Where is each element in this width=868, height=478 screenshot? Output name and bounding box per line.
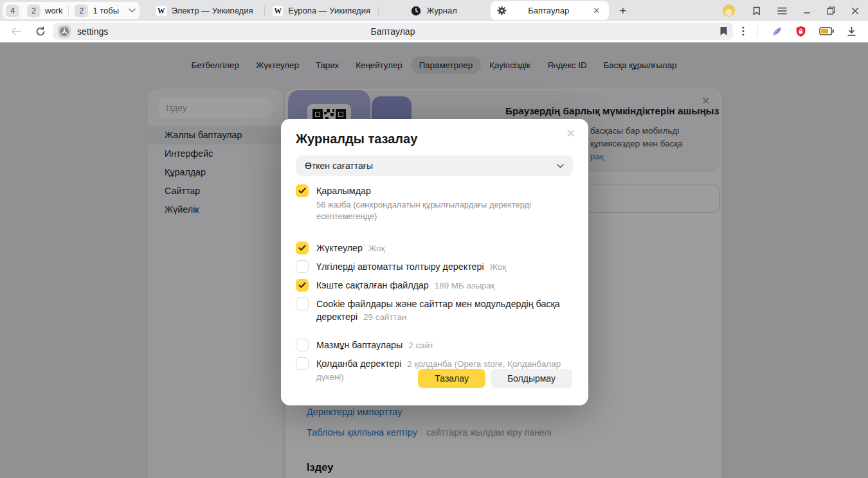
checkbox[interactable] [296,279,309,292]
restore-icon[interactable] [827,6,835,15]
tab-group-all[interactable]: 4 [5,3,21,19]
option-row-cache[interactable]: Кэште сақталған файлдар189 МБ азырақ [296,279,572,292]
new-tab-button[interactable]: + [615,4,630,18]
chevron-down-icon[interactable] [129,8,136,13]
close-window-icon[interactable] [851,7,859,15]
history-options: Қаралымдар 56 жазба (синхрондалатын құры… [296,184,572,384]
toolbar: settings Баптаулар [0,21,868,42]
dialog-close-icon[interactable]: ✕ [562,125,579,142]
checkbox[interactable] [296,184,309,197]
protect-shield-icon[interactable] [795,26,806,37]
gear-icon [497,6,507,15]
period-select[interactable]: Өткен сағаттағы [296,155,573,176]
more-options-icon[interactable] [742,26,745,36]
option-row-content-settings[interactable]: Мазмұн баптаулары2 сайт [296,339,572,352]
checkbox[interactable] [296,260,309,273]
tab-wikipedia-electr[interactable]: W Электр — Уикипедия [145,1,264,20]
option-row-views[interactable]: Қаралымдар [296,184,572,197]
panels-icon[interactable] [751,6,761,16]
tab-group-count: 4 [6,4,19,17]
clear-history-dialog: Журналды тазалау ✕ Өткен сағаттағы Қарал… [281,119,588,405]
clear-button[interactable]: Тазалау [418,369,485,388]
back-icon[interactable] [6,27,26,36]
tab-journal[interactable]: Журнал [379,1,489,20]
profile-avatar[interactable] [723,4,735,17]
tab-group-count: 2 [75,4,88,17]
tab-settings-active[interactable]: Баптаулар ✕ [491,1,609,20]
wikipedia-icon: W [273,6,283,16]
downloads-icon[interactable] [847,26,856,37]
dialog-title: Журналды тазалау [296,132,417,146]
tab-strip: 4 2 work 2 1 тобы W Электр — Уикипедия W… [0,0,868,21]
checkbox[interactable] [296,357,309,370]
tab-wikipedia-europa[interactable]: W Еуропа — Уикипедия [265,1,378,20]
checkbox[interactable] [296,297,309,310]
option-row-downloads[interactable]: ЖүктеулерЖоқ [296,242,572,255]
wikipedia-icon: W [156,6,167,16]
tab-group-1-toby[interactable]: 2 1 тобы [69,2,125,19]
minimize-icon[interactable] [803,7,811,15]
checkbox[interactable] [296,242,309,254]
divider [757,26,758,37]
menu-icon[interactable] [777,7,787,15]
bookmark-icon[interactable] [719,26,728,36]
checkbox[interactable] [296,339,309,351]
option-row-cookies[interactable]: Cookie файлдары және сайттар мен модульд… [296,297,572,324]
address-bar[interactable]: settings Баптаулар [53,22,733,40]
browser-logo-icon [58,25,71,38]
url-text: settings [77,26,108,37]
tab-group-count: 2 [27,4,41,17]
page-title: Баптаулар [53,26,733,37]
extension-feather-icon[interactable] [771,26,782,37]
clock-icon [411,6,421,16]
option-subtext: 56 жазба (синхрондалатын құрылғылардағы … [296,199,572,222]
tab-group-work[interactable]: 2 work [21,2,68,19]
option-row-autofill[interactable]: Үлгілерді автоматты толтыру деректеріЖоқ [296,260,572,274]
close-tab-icon[interactable]: ✕ [590,4,602,17]
cancel-button[interactable]: Болдырмау [491,369,572,388]
battery-icon[interactable] [819,27,834,35]
reload-icon[interactable] [31,26,50,37]
chevron-down-icon [557,164,564,168]
tab-groups: 4 2 work 2 1 тобы [3,2,140,19]
browser-window: 4 2 work 2 1 тобы W Электр — Уикипедия W… [0,0,868,478]
period-value: Өткен сағаттағы [305,161,373,171]
